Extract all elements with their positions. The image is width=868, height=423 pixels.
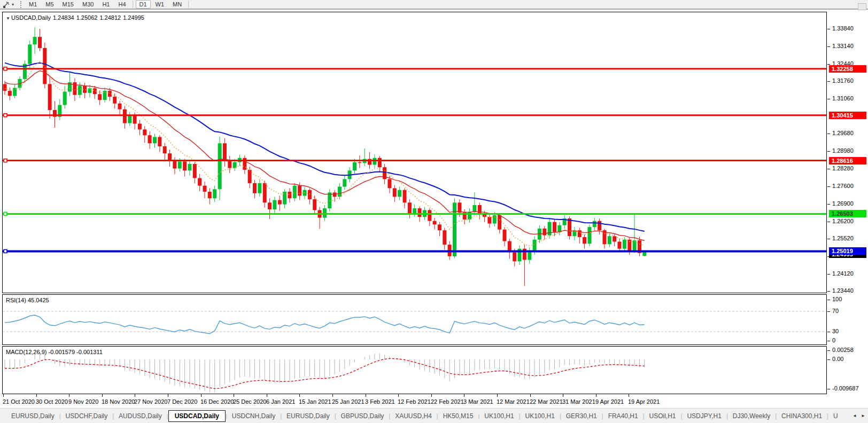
price-tick-label: 1.31760 [832,77,854,84]
rsi-tick-label: 0 [832,337,835,343]
chart-tab-ger30-h1[interactable]: GER30,H1 [561,411,602,421]
date-axis[interactable]: 21 Oct 202030 Oct 20209 Nov 202018 Nov 2… [0,394,827,408]
chart-symbol: USDCAD,Daily [11,14,51,21]
chart-tab-xauusd-h4[interactable]: XAUUSD,H4 [390,411,437,421]
toolbar-separator [133,1,133,8]
date-label: 15 Jan 2021 [299,398,331,405]
date-tick [168,394,168,397]
rsi-label: RSI(14) 45.0425 [6,297,49,303]
chart-tab-bar: EURUSD,Daily|USDCHF,Daily|AUDUSD,Daily|U… [0,408,868,423]
chart-tab-u[interactable]: U [828,411,843,421]
top-toolbar: ▾ M1M5M15M30H1H4D1W1MN [0,0,868,10]
price-tick [827,274,830,275]
rsi-tick [827,300,830,300]
date-tick [366,394,366,397]
tab-scroll-right-icon[interactable]: ► [859,412,867,420]
date-tick [530,394,531,397]
price-tick [827,64,830,65]
date-tick [497,394,498,397]
chart-tab-usdcnh-daily[interactable]: USDCNH,Daily [227,411,280,421]
timeframe-button-m5[interactable]: M5 [42,0,57,9]
price-tick-label: 1.26200 [832,218,854,224]
price-tick-label: 1.26900 [832,200,854,207]
chart-tab-usdchf-daily[interactable]: USDCHF,Daily [61,411,113,421]
rsi-chart [3,295,826,344]
date-label: 21 Oct 2020 [3,398,35,405]
collapse-triangle-icon[interactable]: ▼ [6,16,10,21]
rsi-tick [827,311,830,312]
main-chart-panel[interactable]: ▼USDCAD,Daily1.248341.250621.248121.2499… [2,12,827,293]
date-tick [629,394,629,397]
timeframe-button-m15[interactable]: M15 [59,0,78,9]
chart-tab-dj30-weekly[interactable]: DJ30,Weekly [728,411,775,421]
date-label: 3 Feb 2021 [365,398,395,405]
timeframe-button-m1[interactable]: M1 [25,0,41,9]
price-tick [827,29,830,29]
price-tick-label: 1.33840 [832,25,854,32]
date-tick [3,394,4,397]
date-label: 9 Apr 2021 [595,398,624,405]
chart-tab-eurusd-daily[interactable]: EURUSD,Daily [6,411,59,421]
date-tick [267,394,267,397]
chart-tab-usdjpy-h1[interactable]: USDJPY,H1 [682,411,726,421]
chevron-down-icon: ▾ [12,2,14,7]
date-tick [464,394,464,397]
date-tick [299,394,300,397]
timeframe-button-m30[interactable]: M30 [79,0,97,9]
chart-tab-audusd-daily[interactable]: AUDUSD,Daily [114,411,167,421]
date-label: 22 Feb 2021 [431,398,464,405]
macd-label: MACD(12,26,9) -0.001579 -0.001311 [6,349,103,355]
price-tick [827,291,830,292]
date-label: 31 Mar 2021 [562,398,595,405]
date-label: 19 Apr 2021 [628,398,660,405]
chart-tab-gbpusd-daily[interactable]: GBPUSD,Daily [336,411,389,421]
timeframe-button-h1[interactable]: H1 [98,0,113,9]
timeframe-button-d1[interactable]: D1 [136,0,151,9]
timeframe-button-mn[interactable]: MN [169,0,185,9]
date-tick [332,394,333,397]
rsi-tick [827,332,830,332]
chart-tab-eurusd-daily[interactable]: EURUSD,Daily [282,411,335,421]
chart-tab-uk100-h1[interactable]: UK100,H1 [521,411,560,421]
timeframe-button-h4[interactable]: H4 [114,0,129,9]
date-label: 6 Jan 2021 [266,398,295,405]
chart-tab-fra40-h1[interactable]: FRA40,H1 [603,411,643,421]
price-tick [827,81,830,82]
date-label: 22 Mar 2021 [530,398,563,405]
date-tick [234,394,234,397]
macd-panel[interactable]: MACD(12,26,9) -0.001579 -0.001311 [2,346,827,394]
rsi-panel[interactable]: RSI(14) 45.0425 [2,294,827,345]
price-tick-label: 1.27600 [832,183,854,189]
macd-tick [827,359,830,360]
chart-tab-usoil-h1[interactable]: USOil,H1 [645,411,681,421]
date-label: 25 Dec 2020 [233,398,266,405]
rsi-tick-label: 100 [832,296,842,302]
price-tick-label: 1.29680 [832,130,854,136]
date-label: 9 Nov 2020 [68,398,98,405]
date-tick [431,394,432,397]
date-tick [596,394,596,397]
price-tick-label: 1.25520 [832,235,854,241]
date-tick [102,394,103,397]
timeframe-button-w1[interactable]: W1 [152,0,168,9]
price-tick [827,186,830,187]
hline-price-label: 1.30415 [829,112,866,119]
chart-tab-hk50-m15[interactable]: HK50,M15 [438,411,478,421]
date-label: 16 Dec 2020 [200,398,234,405]
chart-tab-china300-h1[interactable]: CHINA300,H1 [777,411,827,421]
date-tick [69,394,69,397]
macd-chart [3,347,826,394]
hline-price-label: 1.26503 [829,210,866,217]
toolbar-grip[interactable] [20,1,21,8]
chart-tab-usdcad-daily[interactable]: USDCAD,Daily [168,410,226,422]
tab-scroll-left-icon[interactable]: ◄ [851,412,858,420]
ohlc-close: 1.24995 [123,14,144,21]
price-tick-label: 1.23440 [832,287,854,294]
draw-tool-button[interactable]: ▾ [0,1,16,9]
macd-tick [827,389,830,389]
price-tick [827,134,830,134]
price-axis[interactable]: 1.338401.331401.324401.317601.310601.296… [827,0,868,408]
chart-tab-uk100-h1[interactable]: UK100,H1 [479,411,518,421]
candlestick-chart[interactable] [3,12,826,293]
date-label: 27 Nov 2020 [134,398,167,405]
